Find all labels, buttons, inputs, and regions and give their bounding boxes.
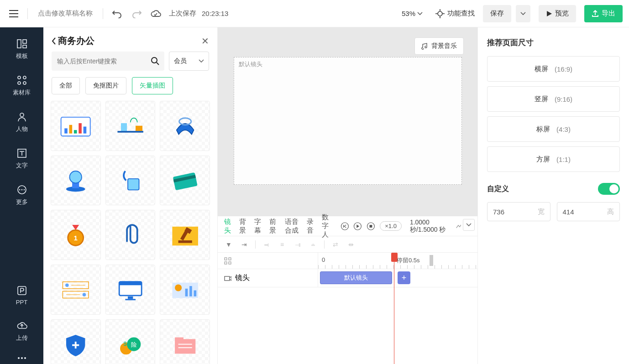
- preview-button[interactable]: 预览: [539, 5, 576, 22]
- align-left-icon[interactable]: ⫤: [262, 241, 271, 248]
- menu-icon[interactable]: [6, 6, 21, 21]
- nav-ellipsis[interactable]: [0, 355, 43, 364]
- distribute-icon[interactable]: ⫨: [309, 241, 318, 248]
- size-standard[interactable]: 标屏(4:3): [487, 116, 620, 142]
- tl-tab-tts[interactable]: 语音合成: [285, 218, 299, 235]
- asset-paperclip[interactable]: [105, 210, 156, 260]
- ruler-label-cell: [218, 253, 318, 269]
- svg-point-16: [21, 357, 23, 359]
- tl-tab-subtitle[interactable]: 字幕: [254, 218, 261, 235]
- svg-point-7: [23, 82, 26, 84]
- member-filter[interactable]: 会员: [169, 52, 209, 71]
- svg-point-11: [19, 189, 20, 191]
- speed-control[interactable]: ×1.0: [380, 221, 402, 231]
- size-portrait[interactable]: 竖屏(9:16): [487, 86, 620, 112]
- align-center-icon[interactable]: ≡: [278, 241, 287, 248]
- ppt-icon: [16, 285, 27, 296]
- zoom-out-icon[interactable]: [456, 224, 461, 229]
- svg-rect-53: [185, 289, 188, 296]
- export-button[interactable]: 导出: [584, 5, 623, 22]
- link-icon[interactable]: ⇄: [331, 241, 340, 248]
- asset-desk[interactable]: [105, 101, 156, 151]
- svg-rect-20: [64, 128, 68, 133]
- tab-all[interactable]: 全部: [52, 77, 80, 94]
- svg-point-31: [70, 171, 82, 183]
- svg-point-0: [438, 11, 442, 16]
- zoom-dropdown[interactable]: 53%: [397, 10, 427, 17]
- asset-barchart[interactable]: [51, 101, 101, 151]
- nav-ppt[interactable]: PPT: [0, 283, 43, 307]
- tl-tab-fg[interactable]: 前景: [269, 218, 276, 235]
- nav-upload[interactable]: 上传: [0, 318, 43, 344]
- canvas-area[interactable]: 背景音乐 默认镜头: [218, 27, 477, 216]
- nav-person[interactable]: 人物: [0, 109, 43, 135]
- asset-category-title[interactable]: 商务办公: [52, 35, 198, 47]
- last-save-time: 20:23:13: [202, 10, 228, 17]
- asset-insurance[interactable]: 险$: [105, 319, 156, 364]
- align-right-icon[interactable]: ⫣: [293, 241, 302, 248]
- chevron-down-icon: [520, 12, 526, 16]
- asset-binderclip[interactable]: [160, 101, 210, 151]
- timeline-clip[interactable]: 默认镜头: [320, 271, 392, 284]
- add-clip-button[interactable]: +: [398, 271, 410, 284]
- asset-profilecard[interactable]: [51, 265, 101, 315]
- width-input[interactable]: 736宽: [487, 202, 550, 221]
- asset-folder[interactable]: [160, 319, 210, 364]
- time-readout: 1.0000 秒/1.5000 秒: [410, 218, 451, 234]
- close-icon[interactable]: ✕: [201, 36, 209, 47]
- save-dropdown[interactable]: [516, 5, 530, 22]
- custom-toggle[interactable]: [598, 183, 620, 195]
- tl-tab-bg[interactable]: 背景: [239, 218, 246, 235]
- tl-tab-shot[interactable]: 镜头: [224, 218, 231, 235]
- search-input[interactable]: [52, 57, 146, 65]
- timeline-expand[interactable]: [463, 219, 475, 231]
- size-landscape[interactable]: 横屏(16:9): [487, 56, 620, 82]
- nav-library[interactable]: 素材库: [0, 73, 43, 99]
- draft-name[interactable]: 点击修改草稿名称: [34, 9, 96, 18]
- canvas-shot-label: 默认镜头: [239, 60, 262, 68]
- camera-icon: [224, 275, 231, 281]
- asset-gavel[interactable]: [160, 210, 210, 260]
- bgm-button[interactable]: 背景音乐: [414, 37, 464, 55]
- cloud-save-icon[interactable]: [148, 6, 163, 21]
- size-square[interactable]: 方屏(1:1): [487, 146, 620, 172]
- filter-icon[interactable]: ▼: [224, 241, 233, 248]
- height-input[interactable]: 414高: [557, 202, 620, 221]
- asset-monitor[interactable]: [105, 265, 156, 315]
- asset-medal[interactable]: 1: [51, 210, 101, 260]
- tab-vector[interactable]: 矢量插图: [132, 77, 173, 94]
- timeline-toolbar: ▼ ⇥ ⫤ ≡ ⫣ ⫨ ⇄ ⇹: [218, 236, 477, 253]
- search-icon[interactable]: [146, 57, 164, 66]
- asset-creditcard[interactable]: [160, 156, 210, 206]
- undo-icon[interactable]: [110, 6, 125, 21]
- nav-text[interactable]: 文字: [0, 146, 43, 172]
- stop-icon[interactable]: [367, 220, 375, 232]
- upload-icon: [592, 10, 599, 17]
- tl-tab-record[interactable]: 录音: [307, 218, 314, 235]
- play-icon[interactable]: [353, 220, 362, 232]
- asset-search[interactable]: [52, 52, 164, 71]
- save-button[interactable]: 保存: [483, 5, 511, 22]
- nav-more[interactable]: 更多: [0, 182, 43, 208]
- svg-rect-23: [79, 123, 82, 134]
- svg-point-13: [23, 189, 25, 191]
- tab-cutout[interactable]: 免抠图片: [85, 77, 126, 94]
- svg-point-18: [152, 57, 157, 63]
- unlink-icon[interactable]: ⇹: [346, 241, 356, 248]
- left-nav: 模板 素材库 人物 文字 更多 PPT: [0, 27, 43, 364]
- redo-icon[interactable]: [129, 6, 144, 21]
- nav-template[interactable]: 模板: [0, 36, 43, 62]
- stay-marker[interactable]: [430, 255, 433, 266]
- function-search[interactable]: 功能查找: [431, 9, 479, 18]
- tl-tab-avatar[interactable]: 数字人: [322, 213, 332, 239]
- ruler-track[interactable]: 0 停留0.5s: [318, 253, 477, 269]
- restart-icon[interactable]: [341, 220, 349, 232]
- chevron-down-icon: [199, 59, 204, 63]
- asset-analytics[interactable]: [160, 265, 210, 315]
- snap-icon[interactable]: ⇥: [240, 241, 249, 248]
- canvas-frame[interactable]: 默认镜头: [234, 57, 462, 185]
- asset-lanyard[interactable]: [105, 156, 156, 206]
- asset-shield[interactable]: [51, 319, 101, 364]
- asset-stamp[interactable]: [51, 156, 101, 206]
- track-label: 镜头: [218, 269, 318, 287]
